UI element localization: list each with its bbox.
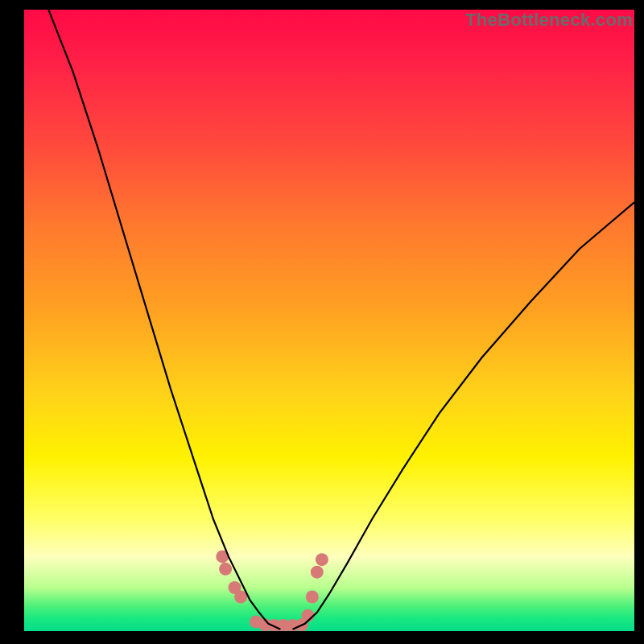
valley-scatter: [216, 550, 328, 631]
scatter-point: [311, 566, 324, 579]
left-curve: [48, 10, 280, 630]
right-curve: [293, 202, 635, 629]
chart-svg: [24, 10, 634, 631]
scatter-point: [316, 553, 328, 566]
chart-container: TheBottleneck.com: [0, 0, 644, 644]
scatter-point: [219, 563, 232, 576]
watermark-text: TheBottleneck.com: [465, 10, 633, 31]
scatter-point: [306, 591, 319, 604]
plot-area: [24, 10, 634, 631]
